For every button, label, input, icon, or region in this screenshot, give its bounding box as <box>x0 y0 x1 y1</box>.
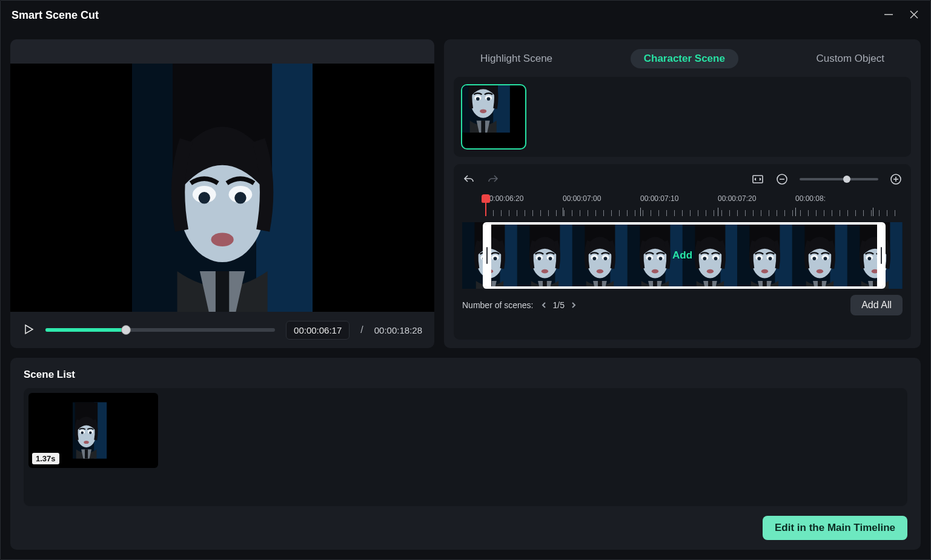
filmstrip-frame <box>462 222 517 289</box>
prev-scene-icon[interactable] <box>541 300 547 310</box>
close-icon[interactable] <box>909 9 919 22</box>
preview-controls: 00:00:06:17 / 00:00:18:28 <box>10 312 434 348</box>
next-scene-icon[interactable] <box>571 300 577 310</box>
number-of-scenes-label: Number of scenes: <box>462 300 534 310</box>
tab-highlight-scene[interactable]: Highlight Scene <box>467 49 566 68</box>
titlebar: Smart Scene Cut <box>1 1 930 30</box>
filmstrip-frame <box>517 222 572 289</box>
redo-icon <box>486 173 500 186</box>
current-timecode[interactable]: 00:00:06:17 <box>286 321 350 340</box>
fit-width-icon[interactable] <box>751 173 764 186</box>
edit-main-timeline-button[interactable]: Edit in the Main Timeline <box>763 516 907 540</box>
ruler-label: 00:00:06:20 <box>485 194 523 203</box>
minimize-icon[interactable] <box>883 9 894 22</box>
zoom-thumb[interactable] <box>843 176 850 183</box>
scene-pager: 1/5 <box>541 300 577 310</box>
window-title: Smart Scene Cut <box>12 9 99 22</box>
add-all-button[interactable]: Add All <box>850 295 903 315</box>
zoom-slider[interactable] <box>800 178 878 180</box>
preview-top-bar <box>10 39 434 64</box>
scene-detection-panel: Highlight Scene Character Scene Custom O… <box>444 39 921 348</box>
progress-bar[interactable] <box>45 328 275 332</box>
scene-list-title: Scene List <box>24 369 907 381</box>
add-clip-button[interactable]: Add <box>672 249 692 262</box>
preview-video[interactable] <box>10 64 434 312</box>
zoom-in-icon[interactable] <box>889 173 903 186</box>
ruler-label: 00:00:07:00 <box>563 194 601 203</box>
character-row <box>454 77 911 157</box>
total-timecode: 00:00:18:28 <box>374 325 422 335</box>
playhead[interactable] <box>485 196 486 216</box>
filmstrip-frame <box>737 222 792 289</box>
timecode-separator: / <box>360 324 363 335</box>
clip-footer: Number of scenes: 1/5 Add All <box>462 295 903 315</box>
svg-rect-13 <box>753 176 763 183</box>
scene-duration-badge: 1.37s <box>32 453 59 464</box>
play-button[interactable] <box>22 323 35 337</box>
undo-icon[interactable] <box>462 173 475 186</box>
ruler-label: 00:00:08: <box>795 194 826 203</box>
scene-tabs: Highlight Scene Character Scene Custom O… <box>454 48 911 70</box>
clip-editor: 00:00:06:20 00:00:07:00 00:00:07:10 00:0… <box>454 164 911 340</box>
progress-thumb[interactable] <box>121 325 131 335</box>
ruler-label: 00:00:07:20 <box>718 194 756 203</box>
filmstrip-frame <box>847 222 903 289</box>
ruler-label: 00:00:07:10 <box>640 194 678 203</box>
character-thumbnail[interactable] <box>461 84 526 150</box>
filmstrip-frame <box>792 222 847 289</box>
filmstrip-frame <box>572 222 628 289</box>
tab-custom-object[interactable]: Custom Object <box>803 49 898 68</box>
scene-list-item[interactable]: 1.37s <box>28 393 158 468</box>
svg-marker-12 <box>25 325 33 334</box>
scene-strip: 1.37s <box>24 388 907 506</box>
filmstrip[interactable]: Add <box>462 222 903 289</box>
tab-character-scene[interactable]: Character Scene <box>631 49 738 68</box>
zoom-out-icon[interactable] <box>775 173 789 186</box>
scene-list-panel: Scene List 1.37s Edit in the Main Timeli… <box>10 358 921 550</box>
scene-page: 1/5 <box>553 300 565 310</box>
progress-fill <box>45 328 126 332</box>
timeline-ruler[interactable]: 00:00:06:20 00:00:07:00 00:00:07:10 00:0… <box>462 194 903 216</box>
clip-toolbar <box>462 170 903 188</box>
preview-panel: 00:00:06:17 / 00:00:18:28 <box>10 39 434 348</box>
